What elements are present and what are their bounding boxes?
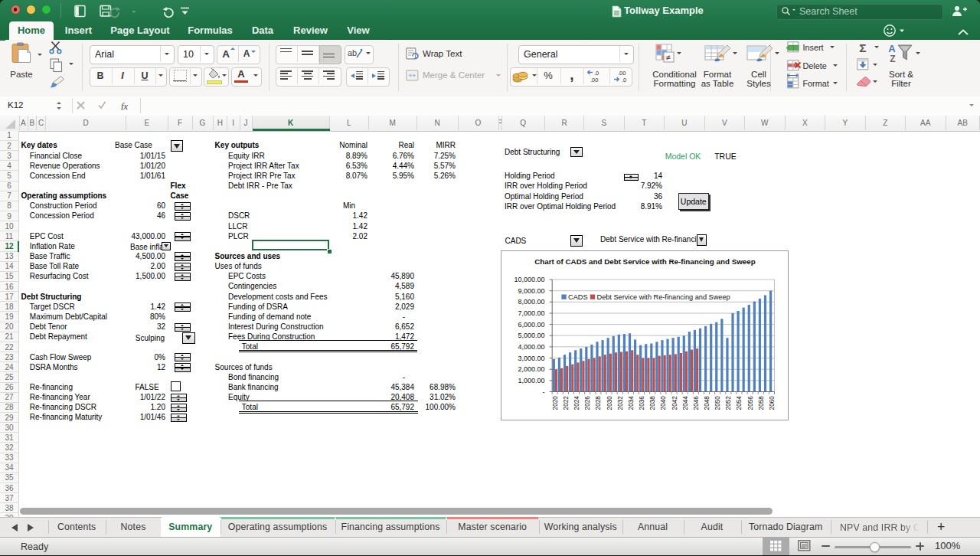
svg-text:2058: 2058 bbox=[756, 395, 764, 410]
svg-text:Chart of CADS and Debt Servic: Chart of CADS and Debt Service with Re-f… bbox=[534, 257, 756, 265]
svg-text:9,000.00: 9,000.00 bbox=[518, 286, 544, 294]
svg-text:2,000.00: 2,000.00 bbox=[518, 365, 544, 373]
svg-text:8,000.00: 8,000.00 bbox=[518, 298, 544, 306]
svg-text:2044: 2044 bbox=[681, 395, 688, 410]
svg-text:3,000.00: 3,000.00 bbox=[518, 354, 544, 361]
svg-text:4,000.00: 4,000.00 bbox=[518, 342, 544, 350]
svg-text:2020: 2020 bbox=[550, 395, 558, 410]
svg-text:2048: 2048 bbox=[702, 395, 710, 410]
svg-text:2026: 2026 bbox=[583, 395, 591, 410]
svg-text:10,000.00: 10,000.00 bbox=[514, 276, 544, 283]
svg-text:2060: 2060 bbox=[767, 395, 775, 410]
svg-text:2024: 2024 bbox=[573, 395, 580, 410]
svg-text:2046: 2046 bbox=[691, 395, 699, 410]
svg-text:2034: 2034 bbox=[626, 395, 634, 410]
svg-text:.0: .0 bbox=[622, 77, 626, 83]
svg-text:2032: 2032 bbox=[616, 395, 623, 410]
svg-text:2036: 2036 bbox=[638, 395, 645, 410]
svg-text:2040: 2040 bbox=[659, 395, 667, 410]
svg-text:Debt Service with Re-financing: Debt Service with Re-financing and Sweep bbox=[596, 293, 730, 301]
svg-text:1,000.00: 1,000.00 bbox=[518, 376, 544, 384]
svg-text:6,000.00: 6,000.00 bbox=[518, 320, 544, 328]
svg-text:7,000.00: 7,000.00 bbox=[518, 309, 544, 317]
svg-text:≠: ≠ bbox=[666, 53, 671, 62]
svg-text:2050: 2050 bbox=[714, 395, 721, 410]
svg-text:2022: 2022 bbox=[561, 395, 569, 410]
svg-text:CADS: CADS bbox=[568, 293, 588, 301]
svg-text:2054: 2054 bbox=[735, 395, 743, 410]
svg-text:ab: ab bbox=[348, 48, 357, 57]
svg-text:5,000.00: 5,000.00 bbox=[518, 332, 544, 339]
svg-text:2038: 2038 bbox=[648, 395, 656, 410]
svg-text:.00: .00 bbox=[590, 77, 598, 83]
svg-text:2028: 2028 bbox=[594, 395, 602, 410]
svg-text:2056: 2056 bbox=[746, 395, 753, 410]
svg-text:2042: 2042 bbox=[670, 395, 678, 410]
svg-text:fx: fx bbox=[121, 101, 128, 110]
svg-text:2052: 2052 bbox=[724, 395, 732, 410]
svg-text:-: - bbox=[542, 388, 544, 395]
svg-text:2030: 2030 bbox=[605, 395, 612, 410]
